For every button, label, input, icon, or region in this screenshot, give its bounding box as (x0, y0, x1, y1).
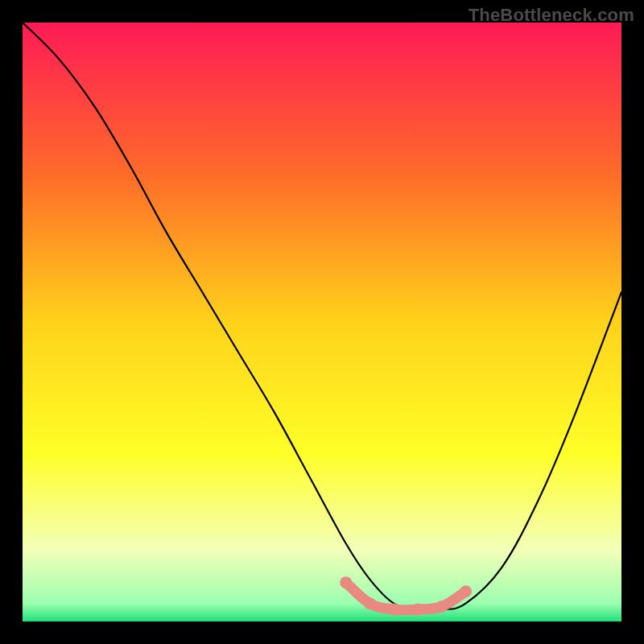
highlight-dot (388, 604, 400, 616)
highlight-dot (412, 604, 424, 616)
chart-frame: TheBottleneck.com (0, 0, 644, 644)
highlight-dot (340, 576, 352, 588)
plot-area (23, 23, 621, 621)
highlight-dot (460, 585, 472, 597)
highlight-dot (436, 601, 448, 613)
gradient-background (23, 23, 621, 621)
chart-svg (23, 23, 621, 621)
highlight-dot (364, 597, 376, 609)
